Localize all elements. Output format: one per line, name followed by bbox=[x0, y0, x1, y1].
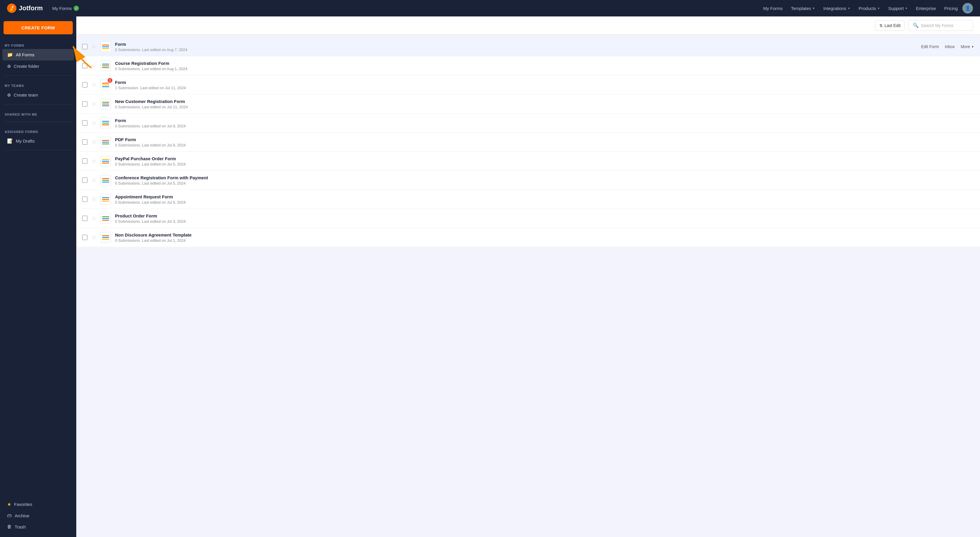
inbox-button[interactable]: Inbox bbox=[945, 83, 955, 87]
sort-icon: ⇅ bbox=[879, 23, 883, 28]
form-line bbox=[102, 182, 109, 183]
form-row[interactable]: ☆ PayPal Purchase Order Form 0 Submissio… bbox=[76, 152, 980, 171]
form-lines-icon bbox=[102, 140, 109, 144]
form-star[interactable]: ☆ bbox=[92, 62, 96, 69]
chevron-down-icon: ▼ bbox=[971, 121, 974, 125]
form-checkbox[interactable] bbox=[82, 44, 88, 49]
sidebar-item-my-drafts[interactable]: 📝 My Drafts bbox=[2, 135, 74, 147]
form-line bbox=[102, 197, 109, 198]
more-button[interactable]: More ▼ bbox=[961, 178, 974, 183]
create-form-button[interactable]: CREATE FORM bbox=[3, 21, 73, 34]
edit-form-button[interactable]: Edit Form bbox=[921, 102, 939, 106]
form-star[interactable]: ☆ bbox=[92, 196, 96, 202]
sidebar-item-all-forms[interactable]: 📁 All Forms bbox=[2, 49, 74, 61]
form-row[interactable]: ☆ 1 Form 1 Submission. Last edited on Ju… bbox=[76, 75, 980, 94]
edit-form-button[interactable]: Edit Form bbox=[921, 121, 939, 125]
sidebar-item-favorites[interactable]: ★ Favorites bbox=[2, 499, 74, 510]
more-button[interactable]: More ▼ bbox=[961, 159, 974, 163]
form-thumbnail bbox=[100, 232, 111, 243]
form-row[interactable]: ☆ Course Registration Form 0 Submissions… bbox=[76, 56, 980, 75]
edit-form-button[interactable]: Edit Form bbox=[921, 159, 939, 163]
nav-integrations[interactable]: Integrations ▼ bbox=[820, 3, 854, 13]
more-button[interactable]: More ▼ bbox=[961, 121, 974, 125]
form-badge: 1 bbox=[108, 78, 112, 83]
form-checkbox[interactable] bbox=[82, 82, 88, 88]
form-checkbox[interactable] bbox=[82, 197, 88, 202]
sidebar-item-trash[interactable]: 🗑 Trash bbox=[2, 521, 74, 532]
form-lines-icon bbox=[102, 45, 109, 49]
sidebar-item-create-folder[interactable]: ⊕ Create folder bbox=[2, 61, 74, 72]
chevron-down-icon: ▼ bbox=[971, 217, 974, 220]
form-row[interactable]: ☆ Product Order Form 0 Submissions. Last… bbox=[76, 209, 980, 228]
form-star[interactable]: ☆ bbox=[92, 43, 96, 50]
inbox-button[interactable]: Inbox bbox=[945, 121, 955, 125]
form-checkbox[interactable] bbox=[82, 177, 88, 183]
nav-enterprise[interactable]: Enterprise bbox=[913, 3, 940, 13]
inbox-button[interactable]: Inbox bbox=[945, 178, 955, 183]
form-meta: 0 Submissions. Last edited on Jul 5, 202… bbox=[115, 181, 917, 185]
form-star[interactable]: ☆ bbox=[92, 120, 96, 126]
form-checkbox[interactable] bbox=[82, 139, 88, 145]
form-checkbox[interactable] bbox=[82, 158, 88, 164]
nav-products[interactable]: Products ▼ bbox=[855, 3, 883, 13]
inbox-button[interactable]: Inbox bbox=[945, 159, 955, 163]
edit-form-button[interactable]: Edit Form bbox=[921, 64, 939, 68]
form-row[interactable]: ☆ Form 0 Submissions. Last edited on Aug… bbox=[76, 37, 980, 56]
edit-form-button[interactable]: Edit Form bbox=[921, 140, 939, 144]
edit-form-button[interactable]: Edit Form bbox=[921, 83, 939, 87]
form-line bbox=[102, 235, 109, 236]
form-star[interactable]: ☆ bbox=[92, 177, 96, 183]
avatar[interactable]: 👤 bbox=[963, 3, 973, 13]
form-line bbox=[102, 163, 109, 163]
form-row[interactable]: ☆ Non Disclosure Agreement Template 0 Su… bbox=[76, 228, 980, 247]
inbox-button[interactable]: Inbox bbox=[945, 216, 955, 221]
form-star[interactable]: ☆ bbox=[92, 234, 96, 241]
form-row[interactable]: ☆ PDF Form 0 Submissions. Last edited on… bbox=[76, 133, 980, 152]
inbox-button[interactable]: Inbox bbox=[945, 197, 955, 202]
form-checkbox[interactable] bbox=[82, 120, 88, 126]
form-checkbox[interactable] bbox=[82, 63, 88, 69]
form-thumbnail bbox=[100, 41, 111, 52]
form-star[interactable]: ☆ bbox=[92, 158, 96, 164]
inbox-button[interactable]: Inbox bbox=[945, 102, 955, 106]
more-button[interactable]: More ▼ bbox=[961, 64, 974, 68]
form-star[interactable]: ☆ bbox=[92, 100, 96, 107]
form-row[interactable]: ☆ Form 0 Submissions. Last edited on Jul… bbox=[76, 113, 980, 133]
nav-pricing[interactable]: Pricing bbox=[941, 3, 961, 13]
form-checkbox[interactable] bbox=[82, 101, 88, 107]
form-star[interactable]: ☆ bbox=[92, 81, 96, 88]
more-button[interactable]: More ▼ bbox=[961, 216, 974, 221]
form-row[interactable]: ☆ Conference Registration Form with Paym… bbox=[76, 171, 980, 190]
inbox-button[interactable]: Inbox bbox=[945, 140, 955, 144]
edit-form-button[interactable]: Edit Form bbox=[921, 216, 939, 221]
nav-support[interactable]: Support ▼ bbox=[885, 3, 911, 13]
more-button[interactable]: More ▼ bbox=[961, 102, 974, 106]
more-button[interactable]: More ▼ bbox=[961, 44, 974, 49]
divider bbox=[5, 75, 72, 76]
inbox-button[interactable]: Inbox bbox=[945, 235, 955, 240]
search-input[interactable] bbox=[921, 23, 968, 28]
form-row[interactable]: ☆ New Customer Registration Form 0 Submi… bbox=[76, 94, 980, 113]
form-star[interactable]: ☆ bbox=[92, 215, 96, 221]
sidebar-item-archive[interactable]: 🗃 Archive bbox=[2, 510, 74, 521]
more-button[interactable]: More ▼ bbox=[961, 140, 974, 144]
nav-templates[interactable]: Templates ▼ bbox=[788, 3, 819, 13]
edit-form-button[interactable]: Edit Form bbox=[921, 178, 939, 183]
edit-form-button[interactable]: Edit Form bbox=[921, 44, 939, 49]
form-line bbox=[102, 123, 109, 124]
sort-button[interactable]: ⇅ Last Edit bbox=[875, 21, 905, 30]
logo[interactable]: Jotform bbox=[7, 3, 43, 13]
form-checkbox[interactable] bbox=[82, 216, 88, 221]
more-button[interactable]: More ▼ bbox=[961, 197, 974, 202]
form-row[interactable]: ☆ Appointment Request Form 0 Submissions… bbox=[76, 190, 980, 209]
more-button[interactable]: More ▼ bbox=[961, 83, 974, 87]
edit-form-button[interactable]: Edit Form bbox=[921, 235, 939, 240]
nav-my-forms[interactable]: My Forms bbox=[760, 3, 786, 13]
edit-form-button[interactable]: Edit Form bbox=[921, 197, 939, 202]
form-star[interactable]: ☆ bbox=[92, 139, 96, 145]
sidebar-item-create-team[interactable]: ⊕ Create team bbox=[2, 89, 74, 100]
inbox-button[interactable]: Inbox bbox=[945, 44, 955, 49]
form-checkbox[interactable] bbox=[82, 235, 88, 240]
inbox-button[interactable]: Inbox bbox=[945, 64, 955, 68]
more-button[interactable]: More ▼ bbox=[961, 235, 974, 240]
